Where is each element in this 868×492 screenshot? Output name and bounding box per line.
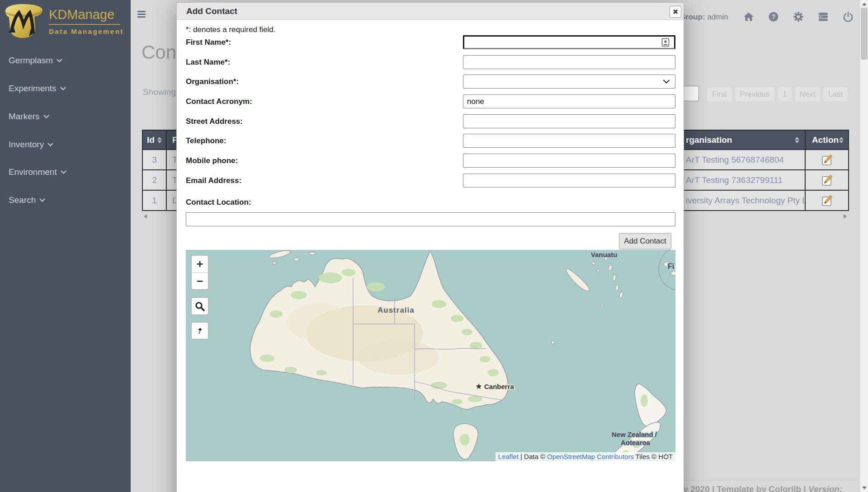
entries-per-page-input[interactable] <box>682 86 699 101</box>
pagination-last[interactable]: Last <box>823 87 848 102</box>
contact-acronym-input[interactable] <box>463 94 675 108</box>
sidebar-item-germplasm[interactable]: Germplasm <box>9 55 62 66</box>
scroll-thumb[interactable] <box>861 8 868 60</box>
column-label: Action <box>812 135 839 145</box>
footer: gy 2020 | Template by Colorlib | Version… <box>678 484 844 492</box>
table-hscroll-right-arrow[interactable] <box>844 214 847 219</box>
telephone-input[interactable] <box>463 134 675 148</box>
first-name-label: First Name*: <box>186 35 231 49</box>
close-icon[interactable]: ✖ <box>670 6 681 18</box>
dialog-header[interactable]: Add Contact ✖ <box>177 3 684 20</box>
cell-id: 1 <box>142 191 167 211</box>
sidebar-item-label: Experiments <box>9 84 57 94</box>
mobile-phone-label: Mobile phone: <box>186 154 238 168</box>
cell-id: 3 <box>142 150 167 170</box>
scroll-up-arrow[interactable] <box>862 3 867 5</box>
column-header-organisation[interactable]: rganisation <box>674 130 806 150</box>
street-address-input[interactable] <box>463 114 675 128</box>
pagination-next[interactable]: Next <box>794 87 821 102</box>
app-subtitle: Data Management <box>49 28 124 35</box>
form-row-telephone: Telephone: <box>186 134 675 148</box>
cell-action <box>806 170 849 191</box>
email-address-label: Email Address: <box>186 173 241 187</box>
add-contact-button[interactable]: Add Contact <box>619 233 671 249</box>
map-label-australia: Australia <box>377 306 415 314</box>
cell-id: 2 <box>142 170 167 191</box>
organisation-select[interactable] <box>463 75 675 89</box>
map-canvas: Australia Canberra Vanuatu Fi New Zealan… <box>186 250 675 461</box>
sidebar-item-experiments[interactable]: Experiments <box>9 83 66 94</box>
cell-action <box>806 191 849 211</box>
settings-gear-icon[interactable] <box>793 11 804 22</box>
email-address-input[interactable] <box>463 173 675 187</box>
form-row-contact-acronym: Contact Acronym: <box>186 94 675 108</box>
dialog-title: Add Contact <box>186 3 237 20</box>
map-label-nz-2: Aotearoa <box>621 439 651 446</box>
map-pin-button[interactable] <box>191 322 209 340</box>
form-row-last-name: Last Name*: <box>186 55 675 69</box>
chevron-down-icon <box>60 87 66 90</box>
group-value: admin <box>707 13 728 21</box>
power-icon[interactable] <box>843 11 854 22</box>
map-search-button[interactable] <box>191 297 209 315</box>
sidebar: KDManage Data Management Germplasm Exper… <box>0 0 131 492</box>
pagination-previous[interactable]: Previous <box>735 87 775 102</box>
chevron-down-icon <box>39 198 45 202</box>
zoom-in-button[interactable]: + <box>192 256 208 272</box>
edit-contact-icon[interactable] <box>820 153 834 167</box>
sidebar-item-search[interactable]: Search <box>9 194 45 206</box>
map-attribution: Leaflet | Data © OpenStreetMap Contribut… <box>495 452 675 461</box>
contact-location-label: Contact Location: <box>186 198 251 207</box>
sort-icon <box>795 137 799 143</box>
sidebar-item-environment[interactable]: Environment <box>9 166 66 178</box>
map-label-canberra: Canberra <box>484 383 514 390</box>
app-logo[interactable]: KDManage Data Management <box>1 2 130 39</box>
column-header-action[interactable]: Action <box>806 130 849 150</box>
attribution-text: Tiles © HOT <box>634 453 673 460</box>
column-header-id[interactable]: Id <box>142 130 167 150</box>
page-title: Cont <box>142 42 182 63</box>
sidebar-item-inventory[interactable]: Inventory <box>9 139 53 150</box>
cell-organisation: ArT Testing 56768746804 <box>674 150 806 170</box>
form-row-street-address: Street Address: <box>186 114 675 128</box>
pagination-first[interactable]: First <box>707 87 732 102</box>
leaflet-link[interactable]: Leaflet <box>498 453 519 460</box>
attribution-text: | Data © <box>519 453 547 460</box>
menu-toggle-icon[interactable] <box>137 11 146 18</box>
add-contact-dialog: Add Contact ✖ *: denotes a required fiel… <box>176 2 684 492</box>
group-indicator: Group: admin <box>679 13 728 22</box>
plus-icon: + <box>197 258 203 271</box>
last-name-input[interactable] <box>463 55 675 69</box>
app-title: KDManage <box>49 7 120 25</box>
contact-location-input[interactable] <box>186 212 675 226</box>
scroll-down-arrow[interactable] <box>862 487 867 489</box>
contacts-table-right-fragment: rganisation Action ArT Testing 567687468… <box>674 130 849 211</box>
database-icon[interactable] <box>818 11 829 22</box>
osm-link[interactable]: OpenStreetMap Contributors <box>547 453 634 460</box>
map-label-vanuatu: Vanuatu <box>591 251 617 258</box>
zoom-out-button[interactable]: − <box>192 272 208 289</box>
page-scrollbar[interactable] <box>860 0 868 492</box>
location-map[interactable]: Australia Canberra Vanuatu Fi New Zealan… <box>186 250 675 461</box>
chevron-down-icon <box>43 115 49 118</box>
required-field-note: *: denotes a required field. <box>186 25 275 34</box>
map-label-nz-1: New Zealand / <box>612 431 657 438</box>
footer-credit: gy 2020 | Template by Colorlib | <box>678 484 808 492</box>
sidebar-item-label: Search <box>9 195 36 205</box>
sort-icon <box>839 137 844 143</box>
pagination-page-1[interactable]: 1 <box>778 87 792 102</box>
form-row-first-name: First Name*: <box>186 35 675 49</box>
help-icon[interactable]: ? <box>768 11 779 22</box>
table-hscroll-left-arrow[interactable] <box>144 214 147 219</box>
first-name-input[interactable] <box>463 35 675 49</box>
home-icon[interactable] <box>743 11 754 22</box>
sidebar-item-label: Markers <box>9 112 40 122</box>
mobile-phone-input[interactable] <box>463 154 675 168</box>
edit-contact-icon[interactable] <box>820 173 834 187</box>
edit-contact-icon[interactable] <box>820 194 834 207</box>
footer-divider <box>674 480 857 480</box>
sidebar-item-markers[interactable]: Markers <box>9 111 49 122</box>
chevron-down-icon <box>47 143 53 146</box>
map-zoom-control: + − <box>191 255 209 290</box>
search-icon <box>194 301 205 312</box>
